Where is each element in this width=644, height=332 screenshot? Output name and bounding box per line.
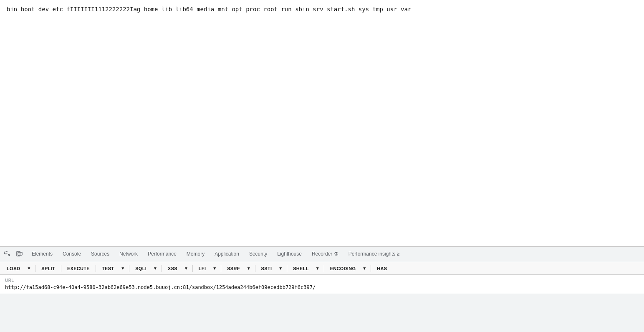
- toolbar-sep-11: [371, 265, 371, 272]
- tab-security[interactable]: Security: [244, 247, 272, 262]
- svg-point-3: [18, 255, 19, 256]
- load-button[interactable]: LOAD: [3, 264, 23, 273]
- devtools-icon-group: [2, 248, 25, 260]
- encoding-button[interactable]: ENCODING: [327, 264, 359, 273]
- toolbar-sep-4: [129, 265, 129, 272]
- toolbar-sep-7: [221, 265, 221, 272]
- tab-network[interactable]: Network: [114, 247, 143, 262]
- main-content: bin boot dev etc fIIIIIII1112222222Iag h…: [0, 0, 644, 246]
- tab-application[interactable]: Application: [210, 247, 244, 262]
- lfi-button[interactable]: LFI: [195, 264, 209, 273]
- split-button[interactable]: SPLIT: [38, 264, 58, 273]
- test-button[interactable]: TEST: [98, 264, 117, 273]
- toolbar-sep-8: [255, 265, 255, 272]
- lfi-dropdown-arrow[interactable]: ▼: [211, 264, 218, 273]
- test-dropdown-arrow[interactable]: ▼: [119, 264, 126, 273]
- devtools-toolbar-row: LOAD ▼ SPLIT EXECUTE TEST ▼ SQLI ▼ XSS ▼…: [0, 262, 644, 275]
- inspect-element-icon[interactable]: [2, 248, 13, 260]
- shell-button[interactable]: SHELL: [290, 264, 312, 273]
- has-button[interactable]: HAS: [374, 264, 390, 273]
- devtools-panel: Elements Console Sources Network Perform…: [0, 246, 644, 332]
- tab-elements[interactable]: Elements: [27, 247, 58, 262]
- url-label: URL: [5, 278, 639, 283]
- toolbar-sep-2: [61, 265, 61, 272]
- ssrf-button[interactable]: SSRF: [224, 264, 243, 273]
- execute-button[interactable]: EXECUTE: [64, 264, 93, 273]
- toolbar-sep-1: [35, 265, 35, 272]
- encoding-dropdown-arrow[interactable]: ▼: [361, 264, 368, 273]
- toolbar-sep-5: [162, 265, 162, 272]
- devtools-tabs-bar: Elements Console Sources Network Perform…: [0, 247, 644, 262]
- toolbar-sep-10: [324, 265, 324, 272]
- tab-recorder[interactable]: Recorder ⚗: [307, 247, 343, 262]
- toolbar-sep-6: [192, 265, 193, 272]
- url-value: http://fa15ad68-c94e-40a4-9580-32ab62e69…: [5, 284, 639, 290]
- toolbar-sep-9: [287, 265, 287, 272]
- tab-performance[interactable]: Performance: [143, 247, 182, 262]
- load-dropdown-arrow[interactable]: ▼: [25, 264, 33, 273]
- filesystem-text: bin boot dev etc fIIIIIII1112222222Iag h…: [7, 5, 637, 14]
- tab-lighthouse[interactable]: Lighthouse: [272, 247, 307, 262]
- xss-button[interactable]: XSS: [164, 264, 181, 273]
- ssrf-dropdown-arrow[interactable]: ▼: [245, 264, 253, 273]
- xss-dropdown-arrow[interactable]: ▼: [182, 264, 190, 273]
- shell-dropdown-arrow[interactable]: ▼: [314, 264, 321, 273]
- ssti-dropdown-arrow[interactable]: ▼: [277, 264, 284, 273]
- sqli-button[interactable]: SQLI: [132, 264, 150, 273]
- url-bar-area: URL http://fa15ad68-c94e-40a4-9580-32ab6…: [0, 275, 644, 294]
- tab-sources[interactable]: Sources: [86, 247, 114, 262]
- tab-performance-insights[interactable]: Performance insights ≥: [343, 247, 405, 262]
- svg-rect-0: [5, 251, 7, 254]
- tab-memory[interactable]: Memory: [182, 247, 210, 262]
- sqli-dropdown-arrow[interactable]: ▼: [152, 264, 159, 273]
- tab-console[interactable]: Console: [58, 247, 86, 262]
- ssti-button[interactable]: SSTI: [258, 264, 275, 273]
- device-toggle-icon[interactable]: [13, 248, 25, 260]
- toolbar-sep-3: [96, 265, 96, 272]
